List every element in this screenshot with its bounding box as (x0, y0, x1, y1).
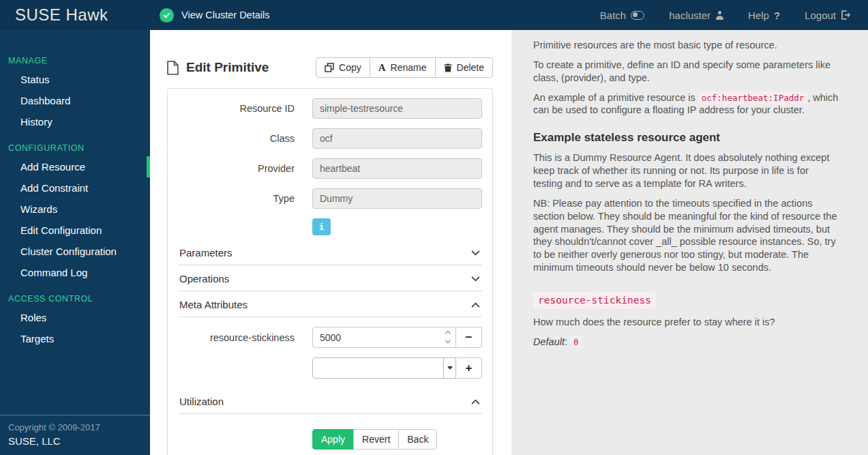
number-spinner[interactable] (446, 332, 450, 342)
new-attribute-select[interactable] (312, 357, 456, 379)
help-panel: Primitive resources are the most basic t… (511, 30, 868, 455)
main-header: Edit Primitive Copy A Rename Delete (167, 57, 493, 78)
topnav-user[interactable]: hacluster (669, 10, 723, 21)
cluster-status-label: View Cluster Details (181, 10, 269, 20)
sidebar-item-history[interactable]: History (0, 111, 150, 132)
sidebar-item-edit-configuration[interactable]: Edit Configuration (0, 220, 150, 241)
type-input (312, 188, 482, 209)
delete-button[interactable]: Delete (435, 57, 493, 78)
sidebar-item-roles[interactable]: Roles (0, 307, 150, 328)
copyright-years: Copyright © 2009-2017 (8, 422, 150, 432)
resource-id-label: Resource ID (178, 103, 312, 114)
stickiness-number-wrap (312, 327, 456, 348)
parameters-label: Parameters (179, 247, 233, 259)
sidebar-heading-manage: MANAGE (8, 56, 150, 65)
stickiness-input-group: − (312, 327, 482, 348)
batch-label: Batch (600, 10, 626, 21)
topbar: SUSE Hawk View Cluster Details Batch hac… (0, 0, 868, 30)
chevron-down-icon (471, 273, 480, 282)
brand-logo[interactable]: SUSE Hawk (0, 5, 150, 25)
resource-toolbar: Copy A Rename Delete (316, 57, 493, 78)
section-meta-attributes[interactable]: Meta Attributes (178, 291, 482, 317)
page-title: Edit Primitive (186, 60, 269, 75)
section-operations[interactable]: Operations (178, 265, 482, 291)
help-paragraph-3: An example of a primitive resource is oc… (533, 91, 839, 117)
topnav: Batch hacluster Help ? Logout (600, 10, 850, 21)
topnav-help[interactable]: Help ? (748, 10, 780, 21)
sidebar: MANAGE Status Dashboard History CONFIGUR… (0, 30, 150, 455)
info-row: i (312, 218, 482, 235)
checkmark-icon (164, 11, 170, 18)
sidebar-item-command-log[interactable]: Command Log (0, 262, 150, 283)
form-row-provider: Provider (178, 158, 482, 179)
footer-button-group: Apply Revert Back (312, 429, 482, 450)
apply-button[interactable]: Apply (312, 429, 354, 450)
spinner-down-icon (445, 338, 451, 343)
cluster-status-link[interactable]: View Cluster Details (160, 8, 269, 23)
provider-input (312, 158, 482, 179)
chevron-up-icon (471, 302, 480, 311)
operations-label: Operations (179, 273, 229, 284)
copy-label: Copy (339, 62, 361, 73)
chevron-up-icon (471, 399, 480, 408)
spinner-up-icon (445, 331, 451, 336)
agent-info-button[interactable]: i (312, 218, 331, 235)
sidebar-item-status[interactable]: Status (0, 69, 150, 90)
rename-icon: A (378, 63, 386, 73)
help-paragraph-1: Primitive resources are the most basic t… (533, 39, 839, 52)
main-panel: Edit Primitive Copy A Rename Delete (150, 30, 511, 455)
default-separator: : (565, 336, 567, 347)
back-button[interactable]: Back (398, 429, 437, 450)
resource-id-input (312, 98, 482, 119)
edit-primitive-card: Resource ID Class Provider Type i Parame… (167, 88, 493, 455)
copyright-company: SUSE, LLC (8, 435, 150, 447)
ipaddr-code: ocf:heartbeat:IPaddr (698, 91, 808, 104)
sidebar-heading-configuration: CONFIGURATION (8, 143, 150, 153)
help-paragraph-4: This is a Dummy Resource Agent. It does … (533, 151, 839, 190)
add-attribute-button[interactable]: + (456, 357, 482, 379)
sidebar-item-cluster-configuration[interactable]: Cluster Configuration (0, 241, 150, 262)
chevron-down-icon (471, 247, 480, 256)
sidebar-item-dashboard[interactable]: Dashboard (0, 90, 150, 111)
class-input (312, 128, 482, 149)
sidebar-item-targets[interactable]: Targets (0, 328, 150, 349)
default-value: 0 (570, 336, 582, 349)
question-icon: ? (774, 10, 780, 21)
section-utilization[interactable]: Utilization (178, 388, 482, 414)
caret-down-icon (447, 366, 453, 370)
example-agent-heading: Example stateless resource agent (533, 130, 839, 145)
username-label: hacluster (669, 10, 710, 21)
topnav-batch[interactable]: Batch (600, 10, 644, 21)
default-row: Default: 0 (533, 336, 839, 349)
sidebar-item-wizards[interactable]: Wizards (0, 199, 150, 220)
sidebar-item-add-resource[interactable]: Add Resource (0, 156, 150, 177)
form-row-type: Type (178, 188, 482, 209)
revert-button[interactable]: Revert (353, 429, 399, 450)
resource-stickiness-label: resource-stickiness (178, 332, 312, 343)
help-label: Help (748, 10, 769, 21)
topnav-logout[interactable]: Logout (805, 10, 850, 21)
sidebar-item-add-constraint[interactable]: Add Constraint (0, 177, 150, 199)
rename-button[interactable]: A Rename (370, 57, 436, 78)
new-attr-input-group: + (312, 357, 482, 379)
form-row-class: Class (178, 128, 482, 149)
copy-icon (325, 63, 334, 72)
provider-label: Provider (178, 163, 312, 174)
rename-label: Rename (391, 62, 427, 73)
form-footer: Apply Revert Back (312, 429, 482, 450)
section-parameters[interactable]: Parameters (178, 239, 482, 265)
resource-stickiness-input[interactable] (312, 327, 456, 348)
remove-attribute-button[interactable]: − (456, 327, 482, 348)
default-label: Default (533, 336, 565, 347)
type-label: Type (178, 193, 312, 204)
class-label: Class (178, 133, 312, 144)
user-icon (715, 11, 723, 20)
select-caret (443, 358, 455, 378)
form-row-resource-id: Resource ID (178, 98, 482, 119)
sidebar-heading-access-control: ACCESS CONTROL (8, 294, 150, 304)
title-wrap: Edit Primitive (167, 60, 269, 75)
help-paragraph-6: How much does the resource prefer to sta… (533, 316, 839, 329)
copy-button[interactable]: Copy (316, 57, 370, 78)
meta-attr-row-stickiness: resource-stickiness − (178, 327, 482, 348)
logout-label: Logout (805, 10, 836, 21)
